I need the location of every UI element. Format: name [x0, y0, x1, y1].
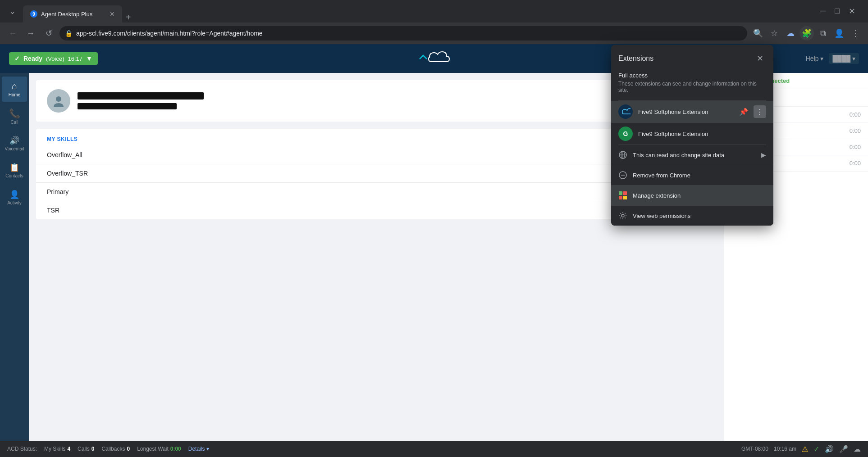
contacts-icon: 📋 — [9, 163, 19, 172]
minimize-btn[interactable]: ─ — [816, 5, 829, 18]
ext-read-change-label: This can read and change site data — [633, 152, 724, 158]
call-icon: 📞 — [9, 108, 20, 119]
activity-icon: 👤 — [9, 190, 19, 199]
help-link[interactable]: Help ▾ — [806, 55, 824, 62]
maximize-btn[interactable]: □ — [831, 5, 843, 18]
status-mic-icon[interactable]: 🎤 — [839, 445, 848, 453]
close-window-btn[interactable]: ✕ — [845, 5, 859, 18]
tab-expand-btn[interactable]: ⌄ — [5, 5, 19, 18]
ext-item-five9-second[interactable]: G Five9 Softphone Extension — [611, 123, 773, 145]
ext-item-five9-main[interactable]: Five9 Softphone Extension 📌 ⋮ — [611, 101, 773, 122]
menu-btn[interactable]: ⋮ — [848, 26, 863, 41]
status-time-label: 10:16 am — [774, 446, 796, 452]
forward-btn[interactable]: → — [23, 26, 38, 41]
toolbar-icons: 🔍 ☆ ☁ 🧩 ⧉ 👤 ⋮ — [751, 26, 863, 41]
details-item[interactable]: Details ▾ — [188, 446, 210, 452]
ext-five9-second-icon: G — [618, 127, 633, 141]
ext-menu-remove[interactable]: Remove from Chrome — [611, 165, 773, 185]
call-time: 0:00 — [850, 111, 861, 118]
submenu-arrow-icon: ▶ — [761, 151, 766, 158]
ready-chevron-icon: ▼ — [86, 55, 92, 62]
status-check-icon[interactable]: ✓ — [813, 445, 819, 453]
calls-item: Calls 0 — [78, 446, 94, 452]
app-area: ✓ Ready (Voice) 16:17 ▼ Help ▾ ████ ▾ — [0, 44, 868, 457]
refresh-btn[interactable]: ↺ — [41, 26, 56, 41]
sidebar-item-voicemail[interactable]: 🔊 Voicemail — [2, 131, 27, 156]
profile-name — [78, 92, 204, 100]
call-time: 0:00 — [850, 144, 861, 150]
full-access-title: Full access — [618, 72, 766, 79]
five9-logo — [416, 49, 452, 68]
callbacks-item: Callbacks 0 — [101, 446, 130, 452]
sidebar-item-contacts[interactable]: 📋 Contacts — [2, 158, 27, 183]
status-right: GMT-08:00 10:16 am ⚠ ✓ 🔊 🎤 ☁ — [741, 445, 861, 453]
tab-close-btn[interactable]: ✕ — [110, 10, 115, 18]
full-access-section: Full access These extensions can see and… — [611, 68, 773, 100]
profile-btn[interactable]: 👤 — [832, 26, 846, 41]
svg-point-8 — [621, 214, 624, 217]
cloud-icon-btn[interactable]: ☁ — [783, 26, 798, 41]
voice-label: (Voice) — [46, 55, 64, 62]
status-volume-icon[interactable]: 🔊 — [825, 445, 834, 453]
status-network-icon[interactable]: ☁ — [854, 445, 861, 453]
acd-status-label: ACD Status: — [7, 446, 37, 452]
extensions-title: Extensions — [618, 54, 653, 63]
sidebar-item-activity[interactable]: 👤 Activity — [2, 185, 27, 210]
ext-manage-label: Manage extension — [633, 192, 681, 199]
svg-point-1 — [54, 103, 64, 107]
remove-icon — [618, 171, 627, 180]
ext-pin-icon[interactable]: 📌 — [739, 108, 748, 116]
browser-titlebar: ⌄ 9 Agent Desktop Plus ✕ + ─ □ ✕ — [0, 0, 868, 23]
voicemail-icon: 🔊 — [9, 136, 19, 145]
bookmark-icon-btn[interactable]: ☆ — [767, 26, 781, 41]
split-view-btn[interactable]: ⧉ — [816, 26, 830, 41]
sidebar-label-activity: Activity — [7, 200, 22, 205]
ext-menu-permissions[interactable]: View web permissions — [611, 206, 773, 226]
address-bar[interactable]: 🔒 app-scl.five9.com/clients/agent/main.h… — [59, 26, 747, 41]
ext-menu-read-change[interactable]: This can read and change site data ▶ — [611, 145, 773, 165]
sidebar-label-home: Home — [9, 92, 21, 97]
sidebar-label-voicemail: Voicemail — [5, 146, 24, 151]
ext-context-menu: G Five9 Softphone Extension This can rea… — [611, 122, 773, 226]
address-bar-row: ← → ↺ 🔒 app-scl.five9.com/clients/agent/… — [0, 23, 868, 44]
ready-label: Ready — [23, 55, 42, 62]
active-tab[interactable]: 9 Agent Desktop Plus ✕ — [23, 5, 122, 23]
tab-title: Agent Desktop Plus — [41, 11, 92, 18]
new-tab-btn[interactable]: + — [122, 12, 135, 23]
my-skills-item: My Skills 4 — [44, 446, 70, 452]
longest-wait-item: Longest Wait 0:00 — [137, 446, 181, 452]
extensions-header: Extensions ✕ — [611, 45, 773, 68]
ext-remove-label: Remove from Chrome — [633, 172, 690, 179]
call-time: 0:00 — [850, 160, 861, 167]
profile-sub — [78, 103, 177, 109]
extensions-close-btn[interactable]: ✕ — [754, 52, 766, 65]
ext-permissions-label: View web permissions — [633, 213, 690, 219]
url-text: app-scl.five9.com/clients/agent/main.htm… — [76, 30, 742, 37]
ext-five9-icon — [618, 104, 633, 119]
ready-timer: 16:17 — [68, 55, 83, 62]
search-icon-btn[interactable]: 🔍 — [751, 26, 765, 41]
full-access-desc: These extensions can see and change info… — [618, 81, 766, 93]
profile-info — [78, 92, 204, 109]
ext-menu-manage[interactable]: Manage extension — [611, 186, 773, 205]
timezone-label: GMT-08:00 — [741, 446, 768, 452]
extensions-icon-btn[interactable]: 🧩 — [799, 26, 814, 41]
browser-controls: ⌄ — [5, 5, 19, 18]
svg-point-0 — [56, 96, 61, 102]
tab-favicon: 9 — [30, 10, 37, 18]
home-icon: ⌂ — [12, 81, 17, 91]
call-time: 0:00 — [850, 127, 861, 134]
avatar — [47, 89, 70, 113]
sidebar-item-home[interactable]: ⌂ Home — [2, 77, 27, 102]
sidebar-item-call[interactable]: 📞 Call — [2, 104, 27, 129]
ext-more-btn[interactable]: ⋮ — [754, 105, 766, 118]
ext-five9-second-name: Five9 Softphone Extension — [638, 131, 766, 137]
sidebar-label-contacts: Contacts — [5, 173, 23, 178]
status-warning-icon[interactable]: ⚠ — [802, 445, 808, 453]
back-btn[interactable]: ← — [5, 26, 20, 41]
tab-bar: 9 Agent Desktop Plus ✕ + — [23, 0, 809, 23]
ready-badge[interactable]: ✓ Ready (Voice) 16:17 ▼ — [9, 52, 98, 65]
windows-tile-icon — [618, 191, 627, 200]
globe-icon — [618, 150, 627, 159]
app-topbar-right: Help ▾ ████ ▾ — [806, 53, 859, 64]
